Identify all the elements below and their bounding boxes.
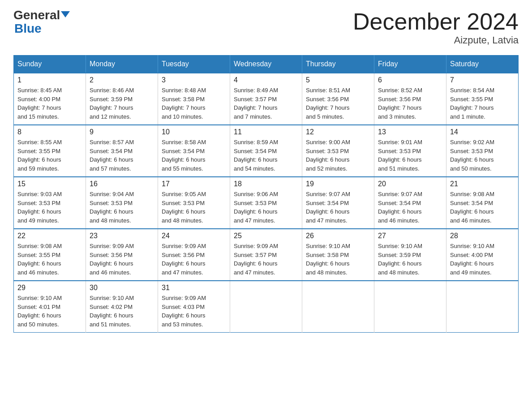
- calendar-cell: 2Sunrise: 8:46 AMSunset: 3:59 PMDaylight…: [86, 73, 158, 125]
- calendar-cell: 23Sunrise: 9:09 AMSunset: 3:56 PMDayligh…: [86, 229, 158, 281]
- day-number: 18: [234, 180, 298, 188]
- calendar-cell: 17Sunrise: 9:05 AMSunset: 3:53 PMDayligh…: [158, 177, 230, 229]
- day-header-saturday: Saturday: [446, 56, 519, 73]
- calendar-body: 1Sunrise: 8:45 AMSunset: 4:00 PMDaylight…: [14, 73, 519, 333]
- day-number: 19: [306, 180, 370, 188]
- day-number: 28: [450, 232, 515, 240]
- calendar-cell: [374, 281, 446, 333]
- logo-text-line1: General: [13, 9, 70, 21]
- day-info: Sunrise: 9:08 AMSunset: 3:54 PMDaylight:…: [450, 190, 515, 225]
- calendar-table: SundayMondayTuesdayWednesdayThursdayFrid…: [13, 55, 519, 333]
- week-row-4: 22Sunrise: 9:08 AMSunset: 3:55 PMDayligh…: [14, 229, 519, 281]
- calendar-cell: 12Sunrise: 9:00 AMSunset: 3:53 PMDayligh…: [302, 125, 374, 177]
- day-number: 22: [17, 232, 82, 240]
- days-of-week-row: SundayMondayTuesdayWednesdayThursdayFrid…: [14, 56, 519, 73]
- calendar-title: December 2024: [353, 9, 519, 34]
- calendar-cell: 29Sunrise: 9:10 AMSunset: 4:01 PMDayligh…: [14, 281, 86, 333]
- day-info: Sunrise: 8:54 AMSunset: 3:55 PMDaylight:…: [450, 86, 515, 121]
- day-info: Sunrise: 9:00 AMSunset: 3:53 PMDaylight:…: [306, 138, 370, 173]
- day-number: 8: [17, 128, 82, 136]
- day-info: Sunrise: 9:10 AMSunset: 4:00 PMDaylight:…: [450, 242, 515, 277]
- day-number: 15: [17, 180, 82, 188]
- day-info: Sunrise: 9:06 AMSunset: 3:53 PMDaylight:…: [234, 190, 298, 225]
- day-info: Sunrise: 9:10 AMSunset: 4:02 PMDaylight:…: [90, 294, 154, 329]
- calendar-cell: [446, 281, 519, 333]
- day-info: Sunrise: 8:57 AMSunset: 3:54 PMDaylight:…: [90, 138, 154, 173]
- day-number: 16: [90, 180, 154, 188]
- title-block: December 2024 Aizpute, Latvia: [353, 9, 519, 46]
- day-number: 11: [234, 128, 298, 136]
- day-number: 21: [450, 180, 515, 188]
- day-info: Sunrise: 9:07 AMSunset: 3:54 PMDaylight:…: [378, 190, 442, 225]
- day-info: Sunrise: 9:10 AMSunset: 3:58 PMDaylight:…: [306, 242, 370, 277]
- day-info: Sunrise: 8:58 AMSunset: 3:54 PMDaylight:…: [162, 138, 226, 173]
- logo-general: General: [13, 8, 60, 22]
- calendar-cell: 7Sunrise: 8:54 AMSunset: 3:55 PMDaylight…: [446, 73, 519, 125]
- day-header-tuesday: Tuesday: [158, 56, 230, 73]
- day-header-wednesday: Wednesday: [230, 56, 302, 73]
- day-number: 26: [306, 232, 370, 240]
- day-info: Sunrise: 8:59 AMSunset: 3:54 PMDaylight:…: [234, 138, 298, 173]
- day-number: 23: [90, 232, 154, 240]
- day-number: 9: [90, 128, 154, 136]
- calendar-cell: 11Sunrise: 8:59 AMSunset: 3:54 PMDayligh…: [230, 125, 302, 177]
- calendar-cell: 27Sunrise: 9:10 AMSunset: 3:59 PMDayligh…: [374, 229, 446, 281]
- logo-triangle-icon: [61, 11, 70, 17]
- day-info: Sunrise: 9:02 AMSunset: 3:53 PMDaylight:…: [450, 138, 515, 173]
- calendar-cell: 6Sunrise: 8:52 AMSunset: 3:56 PMDaylight…: [374, 73, 446, 125]
- day-number: 17: [162, 180, 226, 188]
- day-info: Sunrise: 9:01 AMSunset: 3:53 PMDaylight:…: [378, 138, 442, 173]
- calendar-cell: 31Sunrise: 9:09 AMSunset: 4:03 PMDayligh…: [158, 281, 230, 333]
- calendar-cell: 30Sunrise: 9:10 AMSunset: 4:02 PMDayligh…: [86, 281, 158, 333]
- calendar-cell: 28Sunrise: 9:10 AMSunset: 4:00 PMDayligh…: [446, 229, 519, 281]
- day-number: 14: [450, 128, 515, 136]
- calendar-cell: 4Sunrise: 8:49 AMSunset: 3:57 PMDaylight…: [230, 73, 302, 125]
- calendar-cell: 21Sunrise: 9:08 AMSunset: 3:54 PMDayligh…: [446, 177, 519, 229]
- day-info: Sunrise: 8:48 AMSunset: 3:58 PMDaylight:…: [162, 86, 226, 121]
- day-number: 10: [162, 128, 226, 136]
- day-number: 25: [234, 232, 298, 240]
- calendar-cell: 26Sunrise: 9:10 AMSunset: 3:58 PMDayligh…: [302, 229, 374, 281]
- day-number: 12: [306, 128, 370, 136]
- calendar-header: SundayMondayTuesdayWednesdayThursdayFrid…: [14, 56, 519, 73]
- day-info: Sunrise: 8:51 AMSunset: 3:56 PMDaylight:…: [306, 86, 370, 121]
- day-number: 31: [162, 284, 226, 292]
- calendar-cell: 15Sunrise: 9:03 AMSunset: 3:53 PMDayligh…: [14, 177, 86, 229]
- calendar-cell: 25Sunrise: 9:09 AMSunset: 3:57 PMDayligh…: [230, 229, 302, 281]
- day-number: 3: [162, 76, 226, 84]
- calendar-cell: 1Sunrise: 8:45 AMSunset: 4:00 PMDaylight…: [14, 73, 86, 125]
- day-info: Sunrise: 8:52 AMSunset: 3:56 PMDaylight:…: [378, 86, 442, 121]
- week-row-5: 29Sunrise: 9:10 AMSunset: 4:01 PMDayligh…: [14, 281, 519, 333]
- day-number: 30: [90, 284, 154, 292]
- calendar-cell: 5Sunrise: 8:51 AMSunset: 3:56 PMDaylight…: [302, 73, 374, 125]
- calendar-cell: 18Sunrise: 9:06 AMSunset: 3:53 PMDayligh…: [230, 177, 302, 229]
- day-info: Sunrise: 8:55 AMSunset: 3:55 PMDaylight:…: [17, 138, 82, 173]
- day-number: 2: [90, 76, 154, 84]
- logo: General Blue: [13, 9, 70, 35]
- day-info: Sunrise: 9:09 AMSunset: 4:03 PMDaylight:…: [162, 294, 226, 329]
- day-info: Sunrise: 9:08 AMSunset: 3:55 PMDaylight:…: [17, 242, 82, 277]
- day-info: Sunrise: 9:09 AMSunset: 3:56 PMDaylight:…: [162, 242, 226, 277]
- day-info: Sunrise: 9:09 AMSunset: 3:57 PMDaylight:…: [234, 242, 298, 277]
- day-info: Sunrise: 9:10 AMSunset: 4:01 PMDaylight:…: [17, 294, 82, 329]
- day-number: 5: [306, 76, 370, 84]
- day-info: Sunrise: 9:05 AMSunset: 3:53 PMDaylight:…: [162, 190, 226, 225]
- calendar-cell: 8Sunrise: 8:55 AMSunset: 3:55 PMDaylight…: [14, 125, 86, 177]
- day-number: 13: [378, 128, 442, 136]
- calendar-cell: 24Sunrise: 9:09 AMSunset: 3:56 PMDayligh…: [158, 229, 230, 281]
- day-info: Sunrise: 9:04 AMSunset: 3:53 PMDaylight:…: [90, 190, 154, 225]
- calendar-cell: 22Sunrise: 9:08 AMSunset: 3:55 PMDayligh…: [14, 229, 86, 281]
- calendar-cell: 3Sunrise: 8:48 AMSunset: 3:58 PMDaylight…: [158, 73, 230, 125]
- day-info: Sunrise: 9:10 AMSunset: 3:59 PMDaylight:…: [378, 242, 442, 277]
- calendar-cell: 20Sunrise: 9:07 AMSunset: 3:54 PMDayligh…: [374, 177, 446, 229]
- day-number: 7: [450, 76, 515, 84]
- day-number: 20: [378, 180, 442, 188]
- day-header-monday: Monday: [86, 56, 158, 73]
- week-row-1: 1Sunrise: 8:45 AMSunset: 4:00 PMDaylight…: [14, 73, 519, 125]
- day-header-thursday: Thursday: [302, 56, 374, 73]
- day-number: 6: [378, 76, 442, 84]
- day-number: 24: [162, 232, 226, 240]
- calendar-cell: 14Sunrise: 9:02 AMSunset: 3:53 PMDayligh…: [446, 125, 519, 177]
- day-number: 4: [234, 76, 298, 84]
- day-info: Sunrise: 9:03 AMSunset: 3:53 PMDaylight:…: [17, 190, 82, 225]
